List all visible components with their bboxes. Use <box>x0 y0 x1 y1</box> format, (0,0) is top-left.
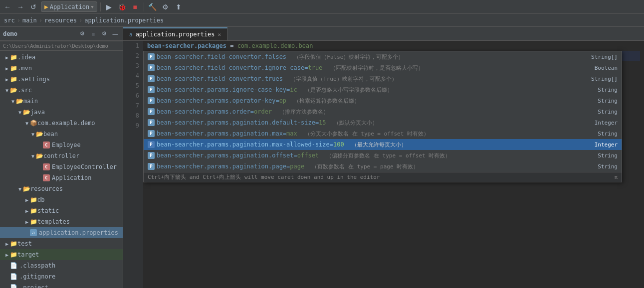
tree-item-gitignore[interactable]: ▶ 📄 .gitignore <box>0 271 123 282</box>
folder-icon-test: 📁 <box>10 240 17 247</box>
ac-item-10[interactable]: P bean-searcher.params.pagination.offset… <box>144 150 622 161</box>
tree-label-idea: .idea <box>17 54 35 61</box>
tab-appprops[interactable]: a application.properties ✕ <box>123 27 227 40</box>
settings-button[interactable]: ⚙ <box>160 1 171 12</box>
back-button[interactable]: ← <box>2 1 13 12</box>
sidebar-gear-icon[interactable]: ⚙ <box>100 29 109 38</box>
breadcrumb-resources[interactable]: resources <box>44 17 77 24</box>
tree-label-src: .src <box>17 87 32 94</box>
ac-key-11: bean-searcher.params.pagination.page=pag… <box>157 163 304 170</box>
ac-item-4[interactable]: P bean-searcher.params.ignore-case-key=i… <box>144 84 622 95</box>
sidebar-sort-icon[interactable]: ≡ <box>89 29 98 38</box>
expand-settings: ▶ <box>4 77 10 82</box>
ac-desc-10: （偏移分页参数名 在 type = offset 时有效） <box>326 152 450 159</box>
ac-main-7: bean-searcher.params.pagination.default-… <box>157 119 581 127</box>
breadcrumb-main[interactable]: main <box>22 17 37 24</box>
tree-item-bean[interactable]: ▼ 📂 bean <box>0 129 123 140</box>
folder-icon-static: 📁 <box>30 207 37 214</box>
tree-item-target[interactable]: ▶ 📁 target <box>0 249 123 260</box>
folder-icon-java: 📂 <box>23 109 30 116</box>
ac-item-8[interactable]: P bean-searcher.params.pagination.max=ma… <box>144 128 622 139</box>
ac-icon-2: P <box>148 64 155 71</box>
ac-item-1[interactable]: P bean-searcher.field-convertor.falses （… <box>144 51 622 62</box>
forward-button[interactable]: → <box>15 1 26 12</box>
ac-item-9[interactable]: P bean-searcher.params.pagination.max-al… <box>144 139 622 150</box>
ac-main-9: bean-searcher.params.pagination.max-allo… <box>157 141 581 148</box>
code-content[interactable]: bean-searcher.packages = com.example.dem… <box>143 41 644 288</box>
ac-desc-11: （页数参数名 在 type = page 时有效） <box>312 163 419 170</box>
tree-item-test[interactable]: ▶ 📁 test <box>0 238 123 249</box>
run-button[interactable]: ▶ <box>104 1 115 12</box>
tree-item-classpath[interactable]: ▶ 📄 .classpath <box>0 260 123 271</box>
tree-label-employee: Employee <box>52 142 81 148</box>
file-icon-project: 📄 <box>10 284 17 288</box>
sidebar-close-icon[interactable]: — <box>111 29 120 38</box>
sidebar-header: demo ⚙ ≡ ⚙ — <box>0 27 123 41</box>
expand-db: ▶ <box>24 197 30 203</box>
ac-item-2[interactable]: P bean-searcher.field-convertor.ignore-c… <box>144 62 622 73</box>
breadcrumb-src[interactable]: src <box>4 17 15 24</box>
code-editor[interactable]: 1 2 3 4 5 6 7 8 9 bean-searcher.packages… <box>123 41 644 288</box>
java-icon-emp-ctrl: C <box>43 163 50 170</box>
java-icon-employee: C <box>43 142 50 148</box>
line-num-3: 3 <box>123 61 139 71</box>
expand-resources: ▼ <box>17 186 23 192</box>
tree-item-templates[interactable]: ▶ 📁 templates <box>0 216 123 227</box>
tree-item-java[interactable]: ▼ 📂 java <box>0 107 123 118</box>
tab-close-btn[interactable]: ✕ <box>218 31 221 38</box>
props-icon: a <box>30 229 37 236</box>
debug-button[interactable]: 🐞 <box>117 1 128 12</box>
tree-item-application[interactable]: ▶ C Application <box>0 172 123 183</box>
ac-key-1: bean-searcher.field-convertor.falses <box>157 53 286 60</box>
autocomplete-dropdown[interactable]: P bean-searcher.field-convertor.falses （… <box>143 51 622 182</box>
tree-item-db[interactable]: ▶ 📁 db <box>0 194 123 205</box>
vcs-button[interactable]: ⬆ <box>173 1 184 12</box>
line-numbers: 1 2 3 4 5 6 7 8 9 <box>123 41 143 288</box>
ac-desc-7: （默认分页大小） <box>334 120 378 126</box>
ac-item-5[interactable]: P bean-searcher.params.operator-key=op （… <box>144 95 622 106</box>
code-val-1: com.example.demo.bean <box>237 41 313 51</box>
tree-label-target: target <box>17 251 39 258</box>
tree-label-application: Application <box>52 174 91 181</box>
expand-bean: ▼ <box>30 132 36 137</box>
tree-label-java: java <box>30 109 45 116</box>
expand-idea: ▶ <box>4 55 10 60</box>
tree-item-main[interactable]: ▼ 📂 main <box>0 96 123 107</box>
ac-main-8: bean-searcher.params.pagination.max=max … <box>157 130 581 138</box>
ac-item-7[interactable]: P bean-searcher.params.pagination.defaul… <box>144 117 622 128</box>
tree-item-idea[interactable]: ▶ 📁 .idea <box>0 52 123 63</box>
ac-key-7: bean-searcher.params.pagination.default-… <box>157 119 326 126</box>
tree-item-resources[interactable]: ▼ 📂 resources <box>0 183 123 194</box>
sidebar-settings-icon[interactable]: ⚙ <box>78 29 87 38</box>
ac-type-8: String <box>583 131 618 137</box>
tree-item-com[interactable]: ▼ 📦 com.example.demo <box>0 118 123 129</box>
ac-item-6[interactable]: P bean-searcher.params.order=order （排序方法… <box>144 106 622 117</box>
tree-item-employee[interactable]: ▶ C Employee <box>0 140 123 150</box>
tree-item-settings[interactable]: ▶ 📁 .settings <box>0 74 123 85</box>
ac-icon-8: P <box>148 130 155 137</box>
ac-item-3[interactable]: P bean-searcher.field-convertor.trues （字… <box>144 73 622 84</box>
code-prop-1: bean-searcher.packages <box>147 41 226 51</box>
ac-item-11[interactable]: P bean-searcher.params.pagination.page=p… <box>144 161 622 172</box>
tree-label-resources: resources <box>30 185 63 192</box>
build-button[interactable]: 🔨 <box>147 1 158 12</box>
line-num-4: 4 <box>123 71 139 81</box>
refresh-button[interactable]: ↺ <box>28 1 39 12</box>
tree-label-bean: bean <box>43 131 58 138</box>
tree-item-static[interactable]: ▶ 📁 static <box>0 205 123 216</box>
tree-item-emp-ctrl[interactable]: ▶ C EmployeeController <box>0 161 123 172</box>
ac-icon-7: P <box>148 119 155 126</box>
tree-item-controller[interactable]: ▼ 📂 controller <box>0 150 123 161</box>
application-dropdown[interactable]: ▶ Application ▼ <box>41 1 97 12</box>
folder-icon-src: 📂 <box>10 87 17 94</box>
ac-main-3: bean-searcher.field-convertor.trues （字段真… <box>157 75 581 83</box>
tree-item-project-file[interactable]: ▶ 📄 .project <box>0 282 123 288</box>
tree-item-mvn[interactable]: ▶ 📁 .mvn <box>0 63 123 74</box>
stop-button[interactable]: ■ <box>130 1 141 12</box>
tree-item-src[interactable]: ▼ 📂 .src <box>0 85 123 96</box>
code-line-1: bean-searcher.packages = com.example.dem… <box>147 41 640 51</box>
pi-icon: π <box>614 174 618 180</box>
ac-type-10: String <box>583 152 618 159</box>
tree-item-appprops[interactable]: ▶ a application.properties <box>0 227 123 238</box>
line-num-8: 8 <box>123 111 139 121</box>
